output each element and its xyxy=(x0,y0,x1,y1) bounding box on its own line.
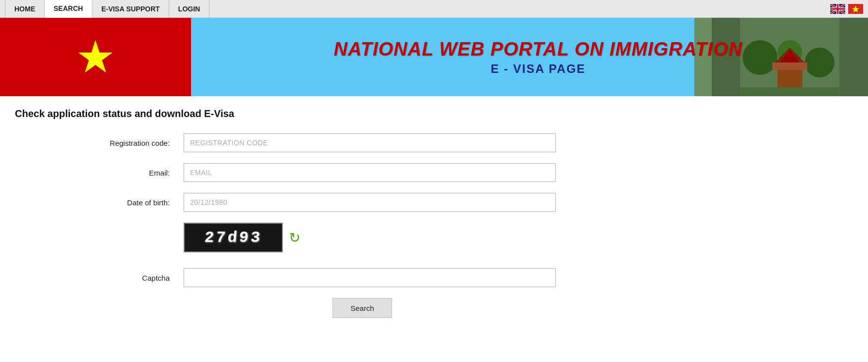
banner-title: NATIONAL WEB PORTAL ON IMMIGRATION xyxy=(208,39,868,60)
banner-subtitle: E - VISA PAGE xyxy=(208,62,868,76)
banner-text-area: NATIONAL WEB PORTAL ON IMMIGRATION E - V… xyxy=(0,39,868,76)
search-form: Registration code: Email: Date of birth:… xyxy=(15,133,710,318)
registration-code-label: Registration code: xyxy=(15,139,184,147)
main-content: Check application status and download E-… xyxy=(0,96,868,330)
language-switcher xyxy=(830,4,863,14)
page-heading: Check application status and download E-… xyxy=(15,108,853,120)
nav-search[interactable]: SEARCH xyxy=(45,0,92,18)
captcha-input[interactable] xyxy=(184,268,556,287)
dob-input[interactable] xyxy=(184,193,556,212)
email-input[interactable] xyxy=(184,163,556,182)
nav-login[interactable]: LOGIN xyxy=(169,0,209,18)
captcha-input-row: Captcha xyxy=(15,268,710,287)
search-button-row: Search xyxy=(15,298,710,318)
nav-evisa-support[interactable]: E-VISA SUPPORT xyxy=(92,0,169,18)
captcha-label: Captcha xyxy=(15,274,184,282)
captcha-image: 27d93 xyxy=(184,223,283,252)
svg-rect-11 xyxy=(740,87,840,96)
captcha-area: 27d93 ↻ xyxy=(184,223,556,257)
dob-label: Date of birth: xyxy=(15,198,184,207)
captcha-image-row: 27d93 ↻ xyxy=(184,223,556,252)
dob-row: Date of birth: xyxy=(15,193,710,212)
captcha-text: 27d93 xyxy=(203,229,263,247)
refresh-captcha-icon[interactable]: ↻ xyxy=(289,230,300,246)
email-label: Email: xyxy=(15,169,184,177)
banner: ★ NATIONAL WEB PORTAL ON IMMIGRATION E -… xyxy=(0,18,868,96)
flag-uk-icon[interactable] xyxy=(830,4,845,14)
navbar: HOME SEARCH E-VISA SUPPORT LOGIN xyxy=(0,0,868,18)
registration-code-input[interactable] xyxy=(184,133,556,152)
search-button[interactable]: Search xyxy=(333,298,392,318)
captcha-section: 27d93 ↻ xyxy=(15,223,710,257)
registration-code-row: Registration code: xyxy=(15,133,710,152)
nav-home[interactable]: HOME xyxy=(5,0,45,18)
flag-vietnam-icon[interactable] xyxy=(848,4,863,14)
email-row: Email: xyxy=(15,163,710,182)
